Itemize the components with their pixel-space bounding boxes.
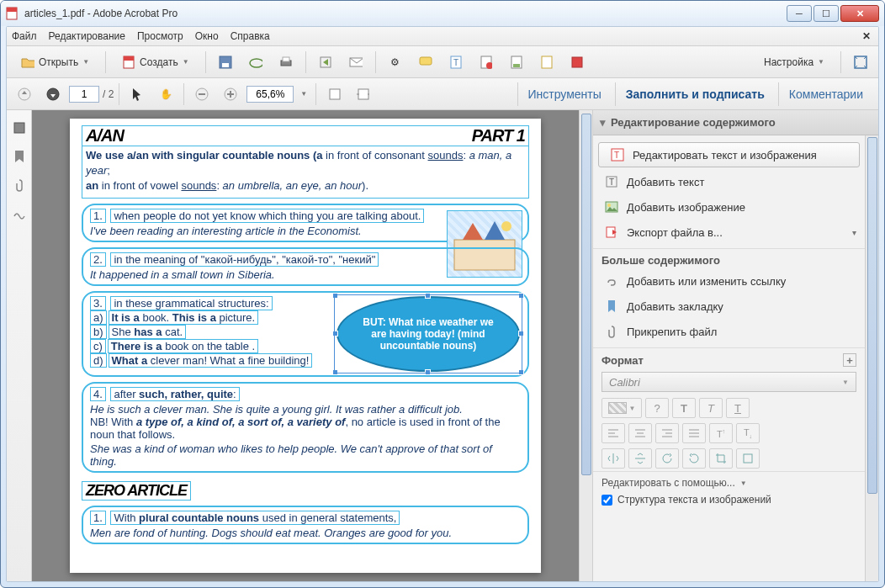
menu-help[interactable]: Справка <box>231 30 270 42</box>
tool-export[interactable]: Экспорт файла в... ▾ <box>593 220 865 245</box>
page-number-input[interactable] <box>69 86 99 103</box>
maximize-button[interactable]: ☐ <box>813 5 839 22</box>
tool-add-bookmark[interactable]: Добавить закладку <box>593 294 865 319</box>
block-text: in the meaning of "какой-нибудь", "какой… <box>110 252 379 267</box>
align-center-button[interactable] <box>628 423 652 443</box>
menu-edit[interactable]: Редактирование <box>49 30 125 42</box>
structure-checkbox[interactable]: Структура текста и изображений <box>601 494 856 506</box>
bold-button[interactable]: T <box>672 398 696 418</box>
mode-comments[interactable]: Комментарии <box>778 82 873 106</box>
scrollbar-thumb[interactable] <box>867 137 877 494</box>
italic-button[interactable]: T <box>699 398 723 418</box>
crop-button[interactable] <box>709 448 733 469</box>
share-button[interactable] <box>313 50 338 74</box>
superscript-button[interactable]: T↑ <box>709 423 733 443</box>
thumbnails-tab[interactable] <box>10 119 29 137</box>
rotate-ccw-button[interactable] <box>655 448 679 469</box>
select-tool-button[interactable] <box>125 82 150 106</box>
zoom-in-button[interactable] <box>218 82 243 106</box>
rotate-cw-button[interactable] <box>682 448 706 469</box>
bookmarks-tab[interactable] <box>10 147 29 166</box>
menu-view[interactable]: Просмотр <box>137 30 183 42</box>
mode-tools[interactable]: Инструменты <box>517 82 612 106</box>
font-color-button[interactable]: ▼ <box>601 398 642 418</box>
panel-scrollbar[interactable] <box>865 135 878 581</box>
menu-file[interactable]: Файл <box>12 30 37 42</box>
align-justify-button[interactable] <box>682 423 706 443</box>
ellipse-selected-object[interactable]: BUT: What nice weather we are having tod… <box>336 296 521 372</box>
underline-button[interactable]: T <box>726 398 750 418</box>
align-right-button[interactable] <box>655 423 679 443</box>
scrollbar-vertical[interactable] <box>579 110 592 581</box>
tool-redact-button[interactable] <box>474 50 499 74</box>
settings-button[interactable]: Настройка ▼ <box>755 50 834 74</box>
mode-fill-sign[interactable]: Заполнить и подписать <box>615 82 775 106</box>
panel-header[interactable]: ▾ Редактирование содержимого <box>593 110 878 135</box>
section-more-content: Больше содержимого <box>593 248 865 268</box>
menu-window[interactable]: Окно <box>195 30 219 42</box>
sidebar-left <box>7 110 32 581</box>
font-size-button[interactable]: ? <box>645 398 669 418</box>
svg-point-6 <box>250 59 262 67</box>
edit-with-combo[interactable]: Редактировать с помощью... ▼ <box>601 477 856 489</box>
tool-add-text[interactable]: T Добавить текст <box>593 169 865 194</box>
flip-v-button[interactable] <box>628 448 652 469</box>
print-button[interactable] <box>273 50 299 74</box>
text-edit-icon: T <box>449 56 463 69</box>
selection-handle[interactable] <box>518 331 524 336</box>
page-up-button[interactable] <box>12 82 37 106</box>
minimize-button[interactable]: ─ <box>787 5 812 22</box>
main-area: A/AN PART 1 We use a/an with singular co… <box>7 110 878 581</box>
block-example: Men are fond of hunting. Dogs should eat… <box>90 527 521 539</box>
close-doc-icon[interactable]: ✕ <box>860 29 873 43</box>
zoom-input[interactable] <box>246 86 294 103</box>
window-title: articles_1.pdf - Adobe Acrobat Pro <box>24 8 787 19</box>
create-label: Создать <box>140 56 178 68</box>
open-button[interactable]: Открыть ▼ <box>12 50 98 74</box>
tool-gear-button[interactable]: ⚙ <box>383 50 408 74</box>
tool-add-image[interactable]: Добавить изображение <box>593 194 865 220</box>
replace-image-button[interactable] <box>736 448 760 469</box>
dropdown-icon[interactable]: ▼ <box>297 90 310 98</box>
tool-text-button[interactable]: T <box>443 50 469 74</box>
signatures-tab[interactable] <box>10 204 29 223</box>
selection-handle[interactable] <box>518 369 524 375</box>
selection-handle[interactable] <box>332 369 338 375</box>
cloud-button[interactable] <box>243 50 268 74</box>
selection-handle[interactable] <box>332 331 338 336</box>
fit-width-button[interactable] <box>321 82 347 106</box>
selection-handle[interactable] <box>518 293 524 299</box>
tool-form-button[interactable] <box>504 50 529 74</box>
toolbar-primary: Открыть ▼ Создать ▼ ⚙ T <box>7 46 878 78</box>
font-family-select[interactable]: Calibri ▼ <box>601 372 856 392</box>
attachments-tab[interactable] <box>10 176 29 194</box>
selection-handle[interactable] <box>425 369 431 375</box>
page-down-button[interactable] <box>40 82 66 106</box>
selection-handle[interactable] <box>332 293 338 299</box>
fit-page-button[interactable] <box>350 82 375 106</box>
tool-addon-button[interactable] <box>564 50 590 74</box>
tool-edit-link[interactable]: Добавить или изменить ссылку <box>593 268 865 294</box>
separator <box>375 51 376 73</box>
create-button[interactable]: Создать ▼ <box>113 50 199 74</box>
close-button[interactable]: ✕ <box>840 5 879 22</box>
save-button[interactable] <box>213 50 238 74</box>
toolbar-secondary: / 2 ✋ ▼ Инструменты Заполнить и подписат… <box>7 78 878 110</box>
align-left-button[interactable] <box>601 423 625 443</box>
fullscreen-button[interactable] <box>848 50 873 74</box>
tool-attach-file[interactable]: Прикрепить файл <box>593 319 865 344</box>
email-button[interactable] <box>343 50 368 74</box>
hand-tool-button[interactable]: ✋ <box>153 82 178 106</box>
flip-h-button[interactable] <box>601 448 625 469</box>
checkbox-input[interactable] <box>601 495 612 506</box>
scrollbar-thumb[interactable] <box>581 114 591 475</box>
zoom-out-button[interactable] <box>189 82 215 106</box>
tool-protect-button[interactable] <box>534 50 559 74</box>
tool-comment-button[interactable] <box>413 50 438 74</box>
tool-edit-text-image[interactable]: T Редактировать текст и изображения <box>598 142 860 167</box>
add-format-icon[interactable]: + <box>843 353 856 367</box>
subscript-button[interactable]: T↓ <box>736 423 760 443</box>
separator <box>183 83 184 105</box>
document-viewport[interactable]: A/AN PART 1 We use a/an with singular co… <box>32 110 579 581</box>
selection-handle[interactable] <box>425 293 431 299</box>
